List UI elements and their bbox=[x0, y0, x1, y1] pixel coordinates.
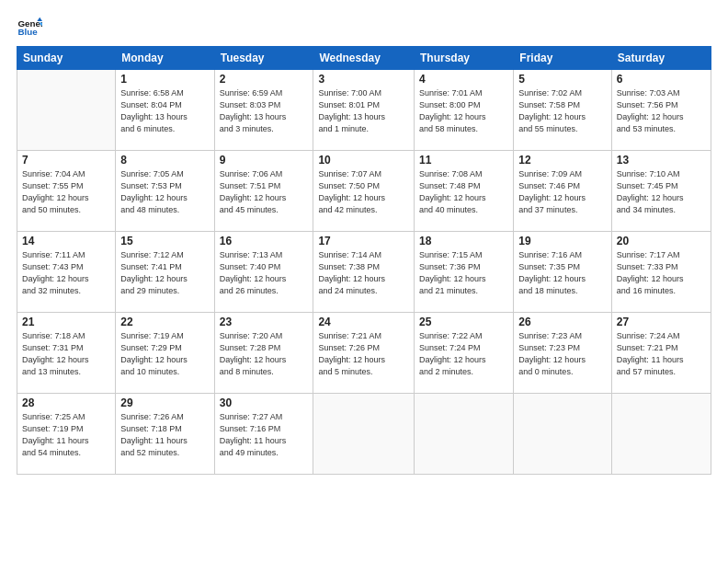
day-cell: 13Sunrise: 7:10 AM Sunset: 7:45 PM Dayli… bbox=[611, 151, 711, 232]
day-cell: 20Sunrise: 7:17 AM Sunset: 7:33 PM Dayli… bbox=[611, 232, 711, 313]
day-number: 7 bbox=[22, 154, 110, 167]
day-info: Sunrise: 7:01 AM Sunset: 8:00 PM Dayligh… bbox=[419, 87, 508, 135]
day-number: 20 bbox=[617, 235, 706, 247]
day-number: 24 bbox=[318, 316, 409, 328]
day-number: 5 bbox=[518, 73, 607, 86]
day-info: Sunrise: 7:24 AM Sunset: 7:21 PM Dayligh… bbox=[617, 330, 706, 378]
day-cell: 26Sunrise: 7:23 AM Sunset: 7:23 PM Dayli… bbox=[514, 313, 612, 394]
day-info: Sunrise: 7:17 AM Sunset: 7:33 PM Dayligh… bbox=[617, 249, 706, 297]
day-info: Sunrise: 7:21 AM Sunset: 7:26 PM Dayligh… bbox=[318, 330, 409, 378]
day-number: 14 bbox=[22, 235, 110, 247]
day-cell: 4Sunrise: 7:01 AM Sunset: 8:00 PM Daylig… bbox=[415, 70, 514, 151]
day-cell: 27Sunrise: 7:24 AM Sunset: 7:21 PM Dayli… bbox=[611, 313, 711, 394]
day-info: Sunrise: 7:00 AM Sunset: 8:01 PM Dayligh… bbox=[318, 87, 409, 135]
day-cell: 10Sunrise: 7:07 AM Sunset: 7:50 PM Dayli… bbox=[313, 151, 415, 232]
day-number: 2 bbox=[220, 73, 309, 86]
svg-text:Blue: Blue bbox=[17, 27, 38, 37]
week-row-5: 28Sunrise: 7:25 AM Sunset: 7:19 PM Dayli… bbox=[17, 394, 711, 475]
day-cell: 14Sunrise: 7:11 AM Sunset: 7:43 PM Dayli… bbox=[17, 232, 116, 313]
day-number: 12 bbox=[518, 154, 607, 167]
day-info: Sunrise: 7:02 AM Sunset: 7:58 PM Dayligh… bbox=[518, 87, 607, 135]
day-cell: 30Sunrise: 7:27 AM Sunset: 7:16 PM Dayli… bbox=[214, 394, 313, 475]
day-number: 17 bbox=[318, 235, 409, 247]
day-info: Sunrise: 7:11 AM Sunset: 7:43 PM Dayligh… bbox=[22, 249, 110, 297]
day-number: 18 bbox=[419, 235, 508, 247]
day-info: Sunrise: 6:58 AM Sunset: 8:04 PM Dayligh… bbox=[120, 87, 209, 135]
day-number: 21 bbox=[22, 316, 110, 328]
logo: General Blue bbox=[17, 15, 46, 40]
day-info: Sunrise: 7:04 AM Sunset: 7:55 PM Dayligh… bbox=[22, 168, 110, 216]
day-number: 19 bbox=[518, 235, 607, 247]
day-number: 10 bbox=[318, 154, 409, 167]
day-info: Sunrise: 7:03 AM Sunset: 7:56 PM Dayligh… bbox=[617, 87, 706, 135]
day-cell bbox=[313, 394, 415, 475]
day-cell: 25Sunrise: 7:22 AM Sunset: 7:24 PM Dayli… bbox=[415, 313, 514, 394]
day-number: 4 bbox=[419, 73, 508, 86]
calendar: SundayMondayTuesdayWednesdayThursdayFrid… bbox=[17, 46, 711, 475]
day-cell: 22Sunrise: 7:19 AM Sunset: 7:29 PM Dayli… bbox=[116, 313, 214, 394]
day-number: 25 bbox=[419, 316, 508, 328]
day-number: 30 bbox=[220, 396, 309, 409]
day-number: 8 bbox=[120, 154, 209, 167]
day-cell bbox=[17, 70, 116, 151]
day-info: Sunrise: 7:26 AM Sunset: 7:18 PM Dayligh… bbox=[120, 411, 209, 459]
day-cell: 17Sunrise: 7:14 AM Sunset: 7:38 PM Dayli… bbox=[313, 232, 415, 313]
day-cell: 9Sunrise: 7:06 AM Sunset: 7:51 PM Daylig… bbox=[214, 151, 313, 232]
day-cell: 18Sunrise: 7:15 AM Sunset: 7:36 PM Dayli… bbox=[415, 232, 514, 313]
header: General Blue bbox=[17, 15, 711, 40]
day-cell: 2Sunrise: 6:59 AM Sunset: 8:03 PM Daylig… bbox=[214, 70, 313, 151]
day-cell: 21Sunrise: 7:18 AM Sunset: 7:31 PM Dayli… bbox=[17, 313, 116, 394]
day-cell: 23Sunrise: 7:20 AM Sunset: 7:28 PM Dayli… bbox=[214, 313, 313, 394]
day-info: Sunrise: 7:07 AM Sunset: 7:50 PM Dayligh… bbox=[318, 168, 409, 216]
day-cell: 19Sunrise: 7:16 AM Sunset: 7:35 PM Dayli… bbox=[514, 232, 612, 313]
day-number: 28 bbox=[22, 396, 110, 409]
day-cell: 16Sunrise: 7:13 AM Sunset: 7:40 PM Dayli… bbox=[214, 232, 313, 313]
day-number: 15 bbox=[120, 235, 209, 247]
day-number: 11 bbox=[419, 154, 508, 167]
day-info: Sunrise: 7:15 AM Sunset: 7:36 PM Dayligh… bbox=[419, 249, 508, 297]
day-info: Sunrise: 7:23 AM Sunset: 7:23 PM Dayligh… bbox=[518, 330, 607, 378]
day-cell: 24Sunrise: 7:21 AM Sunset: 7:26 PM Dayli… bbox=[313, 313, 415, 394]
weekday-friday: Friday bbox=[514, 47, 612, 70]
day-info: Sunrise: 7:13 AM Sunset: 7:40 PM Dayligh… bbox=[220, 249, 309, 297]
logo-icon: General Blue bbox=[17, 15, 42, 40]
weekday-saturday: Saturday bbox=[611, 47, 711, 70]
day-number: 26 bbox=[518, 316, 607, 328]
day-number: 3 bbox=[318, 73, 409, 86]
day-cell: 29Sunrise: 7:26 AM Sunset: 7:18 PM Dayli… bbox=[116, 394, 214, 475]
day-info: Sunrise: 7:18 AM Sunset: 7:31 PM Dayligh… bbox=[22, 330, 110, 378]
day-cell: 6Sunrise: 7:03 AM Sunset: 7:56 PM Daylig… bbox=[611, 70, 711, 151]
day-info: Sunrise: 7:08 AM Sunset: 7:48 PM Dayligh… bbox=[419, 168, 508, 216]
day-info: Sunrise: 7:09 AM Sunset: 7:46 PM Dayligh… bbox=[518, 168, 607, 216]
day-cell: 3Sunrise: 7:00 AM Sunset: 8:01 PM Daylig… bbox=[313, 70, 415, 151]
day-cell: 7Sunrise: 7:04 AM Sunset: 7:55 PM Daylig… bbox=[17, 151, 116, 232]
day-info: Sunrise: 6:59 AM Sunset: 8:03 PM Dayligh… bbox=[220, 87, 309, 135]
day-cell: 5Sunrise: 7:02 AM Sunset: 7:58 PM Daylig… bbox=[514, 70, 612, 151]
day-number: 13 bbox=[617, 154, 706, 167]
day-cell: 12Sunrise: 7:09 AM Sunset: 7:46 PM Dayli… bbox=[514, 151, 612, 232]
day-cell: 1Sunrise: 6:58 AM Sunset: 8:04 PM Daylig… bbox=[116, 70, 214, 151]
day-info: Sunrise: 7:22 AM Sunset: 7:24 PM Dayligh… bbox=[419, 330, 508, 378]
day-cell bbox=[415, 394, 514, 475]
day-number: 6 bbox=[617, 73, 706, 86]
week-row-2: 7Sunrise: 7:04 AM Sunset: 7:55 PM Daylig… bbox=[17, 151, 711, 232]
weekday-monday: Monday bbox=[116, 47, 214, 70]
day-cell: 28Sunrise: 7:25 AM Sunset: 7:19 PM Dayli… bbox=[17, 394, 116, 475]
day-info: Sunrise: 7:27 AM Sunset: 7:16 PM Dayligh… bbox=[220, 411, 309, 459]
day-info: Sunrise: 7:25 AM Sunset: 7:19 PM Dayligh… bbox=[22, 411, 110, 459]
day-number: 16 bbox=[220, 235, 309, 247]
day-number: 22 bbox=[120, 316, 209, 328]
weekday-wednesday: Wednesday bbox=[313, 47, 415, 70]
day-info: Sunrise: 7:12 AM Sunset: 7:41 PM Dayligh… bbox=[120, 249, 209, 297]
day-info: Sunrise: 7:16 AM Sunset: 7:35 PM Dayligh… bbox=[518, 249, 607, 297]
day-cell: 15Sunrise: 7:12 AM Sunset: 7:41 PM Dayli… bbox=[116, 232, 214, 313]
day-number: 23 bbox=[220, 316, 309, 328]
weekday-header-row: SundayMondayTuesdayWednesdayThursdayFrid… bbox=[17, 47, 711, 70]
day-info: Sunrise: 7:14 AM Sunset: 7:38 PM Dayligh… bbox=[318, 249, 409, 297]
day-cell: 11Sunrise: 7:08 AM Sunset: 7:48 PM Dayli… bbox=[415, 151, 514, 232]
day-info: Sunrise: 7:05 AM Sunset: 7:53 PM Dayligh… bbox=[120, 168, 209, 216]
weekday-thursday: Thursday bbox=[415, 47, 514, 70]
day-info: Sunrise: 7:06 AM Sunset: 7:51 PM Dayligh… bbox=[220, 168, 309, 216]
week-row-4: 21Sunrise: 7:18 AM Sunset: 7:31 PM Dayli… bbox=[17, 313, 711, 394]
week-row-1: 1Sunrise: 6:58 AM Sunset: 8:04 PM Daylig… bbox=[17, 70, 711, 151]
